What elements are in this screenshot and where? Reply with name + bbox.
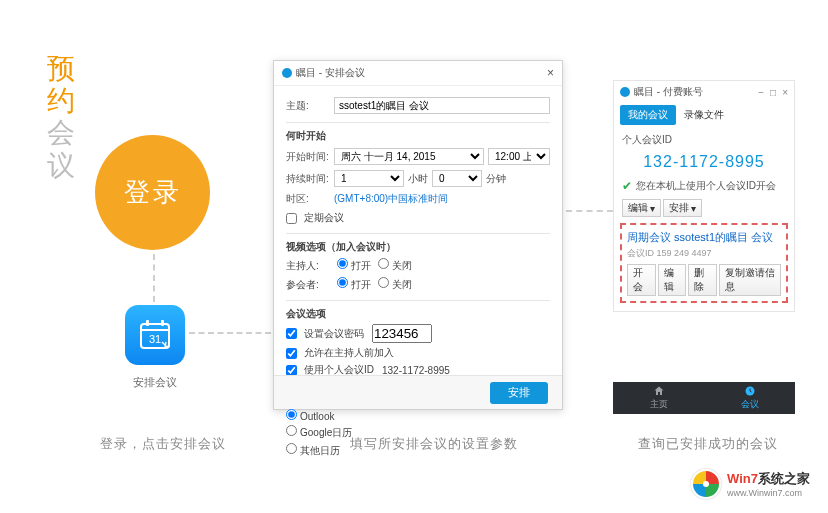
meeting-title[interactable]: 周期会议 ssotest1的瞩目 会议 xyxy=(627,230,781,245)
maximize-icon[interactable]: □ xyxy=(770,87,776,98)
options-header: 会议选项 xyxy=(286,300,550,321)
recurring-checkbox[interactable] xyxy=(286,213,297,224)
check-icon: ✔ xyxy=(622,179,632,193)
app-icon xyxy=(620,87,630,97)
pid-value: 132-1172-8995 xyxy=(614,153,794,171)
schedule-app-icon[interactable]: 31 安排会议 xyxy=(125,305,185,390)
nav-home[interactable]: 主页 xyxy=(613,382,704,414)
schedule-dialog: 瞩目 - 安排会议 × 主题: 何时开始 开始时间: 周六 十一月 14, 20… xyxy=(273,60,563,410)
dialog-titlebar: 瞩目 - 安排会议 × xyxy=(274,61,562,86)
duration-mins-select[interactable]: 0 xyxy=(432,170,482,187)
allow-before-checkbox[interactable] xyxy=(286,348,297,359)
tab-recordings[interactable]: 录像文件 xyxy=(676,105,732,125)
host-off-radio[interactable]: 关闭 xyxy=(378,258,412,273)
dialog-title: 瞩目 - 安排会议 xyxy=(296,66,365,80)
minimize-icon[interactable]: − xyxy=(758,87,764,98)
caption-step3: 查询已安排成功的会议 xyxy=(638,435,778,453)
video-header: 视频选项（加入会议时） xyxy=(286,233,550,254)
meeting-id: 会议ID 159 249 4497 xyxy=(627,247,781,260)
close-icon[interactable]: × xyxy=(547,66,554,80)
svg-rect-3 xyxy=(161,320,164,326)
connector-line xyxy=(153,254,155,302)
start-label: 开始时间: xyxy=(286,150,334,164)
allow-before-label: 允许在主持人前加入 xyxy=(304,346,394,360)
copy-invite-button[interactable]: 复制邀请信息 xyxy=(719,264,781,296)
topic-label: 主题: xyxy=(286,99,334,113)
svg-text:31: 31 xyxy=(149,333,161,345)
caption-step2: 填写所安排会议的设置参数 xyxy=(350,435,518,453)
calendar-icon: 31 xyxy=(125,305,185,365)
close-icon[interactable]: × xyxy=(782,87,788,98)
panel-title: 瞩目 - 付费账号 xyxy=(634,85,703,99)
icon-label: 安排会议 xyxy=(125,375,185,390)
cal-other-radio[interactable]: 其他日历 xyxy=(286,443,340,458)
app-icon xyxy=(282,68,292,78)
schedule-button[interactable]: 安排 xyxy=(490,382,548,404)
use-pid-value: 132-1172-8995 xyxy=(382,365,450,376)
note-text: 您在本机上使用个人会议ID开会 xyxy=(636,179,776,193)
participant-on-radio[interactable]: 打开 xyxy=(337,277,371,292)
delete-meeting-button[interactable]: 删除 xyxy=(688,264,717,296)
timezone-label: 时区: xyxy=(286,192,334,206)
password-input[interactable] xyxy=(372,324,432,343)
pid-label: 个人会议ID xyxy=(614,125,794,149)
start-time-select[interactable]: 12:00 上午 xyxy=(488,148,550,165)
duration-label: 持续时间: xyxy=(286,172,334,186)
password-checkbox[interactable] xyxy=(286,328,297,339)
home-icon xyxy=(653,385,665,397)
site-logo: Win7系统之家 www.Winwin7.com xyxy=(691,469,810,499)
recurring-label: 定期会议 xyxy=(304,211,344,225)
nav-meetings[interactable]: 会议 xyxy=(704,382,795,414)
login-circle[interactable]: 登录 xyxy=(95,135,210,250)
svg-rect-2 xyxy=(146,320,149,326)
when-header: 何时开始 xyxy=(286,122,550,143)
cal-outlook-radio[interactable]: Outlook xyxy=(286,409,334,422)
meetings-panel: 瞩目 - 付费账号 − □ × 我的会议 录像文件 个人会议ID 132-117… xyxy=(613,80,795,312)
connector-line xyxy=(189,332,271,334)
edit-meeting-button[interactable]: 编辑 xyxy=(658,264,687,296)
connector-line xyxy=(566,210,613,212)
chevron-down-icon: ▾ xyxy=(650,203,655,214)
chevron-down-icon: ▾ xyxy=(691,203,696,214)
page-heading: 预 约 会 议 xyxy=(47,53,76,182)
participant-label: 参会者: xyxy=(286,278,334,292)
password-label: 设置会议密码 xyxy=(304,327,364,341)
host-label: 主持人: xyxy=(286,259,334,273)
windows-flag-icon xyxy=(691,469,721,499)
participant-off-radio[interactable]: 关闭 xyxy=(378,277,412,292)
start-date-select[interactable]: 周六 十一月 14, 2015 xyxy=(334,148,484,165)
start-meeting-button[interactable]: 开会 xyxy=(627,264,656,296)
topic-input[interactable] xyxy=(334,97,550,114)
duration-hours-select[interactable]: 1 xyxy=(334,170,404,187)
timezone-link[interactable]: (GMT+8:00)中国标准时间 xyxy=(334,192,448,206)
edit-button[interactable]: 编辑▾ xyxy=(622,199,661,217)
cal-google-radio[interactable]: Google日历 xyxy=(286,425,352,440)
scheduled-meeting-card: 周期会议 ssotest1的瞩目 会议 会议ID 159 249 4497 开会… xyxy=(620,223,788,303)
caption-step1: 登录，点击安排会议 xyxy=(100,435,226,453)
use-pid-checkbox[interactable] xyxy=(286,365,297,376)
schedule-button[interactable]: 安排▾ xyxy=(663,199,702,217)
bottom-nav: 主页 会议 xyxy=(613,382,795,414)
host-on-radio[interactable]: 打开 xyxy=(337,258,371,273)
tab-my-meetings[interactable]: 我的会议 xyxy=(620,105,676,125)
clock-icon xyxy=(744,385,756,397)
